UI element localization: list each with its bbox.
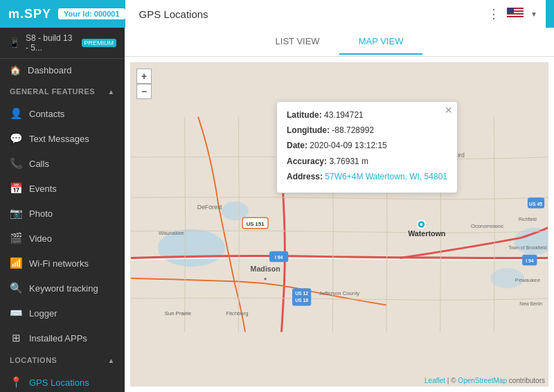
svg-text:Fitchburg: Fitchburg (226, 310, 248, 317)
zoom-out-button[interactable]: − (136, 84, 152, 99)
sidebar-item-keyword[interactable]: 🔍 Keyword tracking (0, 276, 125, 301)
accuracy-val: 3.76931 m (329, 157, 368, 166)
contacts-icon: 👤 (10, 107, 22, 120)
svg-text:New Berlin: New Berlin (519, 301, 542, 306)
gps-locations-label: GPS Locations (29, 377, 89, 388)
premium-badge: PREMIUM (82, 39, 117, 47)
tab-map-view[interactable]: MAP VIEW (339, 29, 423, 55)
date-val: 2020-04-09 13:12:15 (310, 141, 386, 150)
svg-text:Pewaukee: Pewaukee (515, 277, 540, 283)
logger-icon: ⌨️ (10, 307, 22, 319)
user-id-badge: Your Id: 000001 (58, 8, 125, 19)
map-attribution: Leaflet | © OpenStreetMap contributors (425, 377, 545, 384)
page-title-bar: GPS Locations ⋮ ▼ (125, 0, 546, 28)
calls-icon: 📞 (10, 157, 22, 170)
photo-label: Photo (29, 208, 53, 219)
gps-icon: 📍 (10, 376, 22, 389)
svg-text:Oconomowoc: Oconomowoc (471, 223, 504, 229)
device-name: S8 - build 13 - 5... (26, 33, 73, 53)
svg-text:Jefferson County: Jefferson County (319, 290, 360, 296)
photo-icon: 📷 (10, 207, 22, 220)
wifi-label: Wi-Fi networks (29, 258, 89, 269)
svg-text:Madison: Madison (251, 265, 280, 273)
sidebar-item-installed-apps[interactable]: ⊞ Installed APPs (0, 326, 125, 350)
more-options-icon[interactable]: ⋮ (488, 6, 500, 21)
svg-point-38 (420, 223, 423, 226)
video-icon: 🎬 (10, 232, 22, 244)
events-label: Events (29, 184, 57, 194)
locations-chevron: ▲ (108, 357, 115, 364)
svg-text:Richfield: Richfield (519, 217, 537, 222)
address-val: 57W6+4M Watertown, WI, 54801 (325, 172, 447, 181)
contacts-label: Contacts (29, 109, 64, 119)
longitude-label: Longitude: (287, 125, 330, 135)
sidebar-item-text-messages[interactable]: 💬 Text Messages (0, 126, 125, 151)
svg-text:DeForest: DeForest (197, 204, 222, 211)
svg-text:Sun Prairie: Sun Prairie (165, 310, 191, 317)
zoom-in-button[interactable]: + (136, 69, 152, 84)
sidebar-item-dashboard[interactable]: 🏠 Dashboard (0, 59, 125, 82)
video-label: Video (29, 233, 52, 244)
map-background: US 151 I 94 US 45 I 94 US 12 US 18 Madis… (131, 63, 548, 386)
svg-text:US 18: US 18 (295, 298, 308, 303)
calls-label: Calls (29, 159, 49, 169)
sidebar-item-photo[interactable]: 📷 Photo (0, 201, 125, 226)
dashboard-label: Dashboard (28, 65, 72, 75)
tab-bar: LIST VIEW MAP VIEW (125, 28, 554, 57)
svg-text:Watertown: Watertown (408, 229, 445, 238)
text-messages-label: Text Messages (29, 134, 89, 144)
home-icon: 🏠 (10, 65, 21, 75)
keyword-label: Keyword tracking (29, 283, 98, 294)
main-layout: 📱 S8 - build 13 - 5... PREMIUM 🏠 Dashboa… (0, 28, 554, 392)
sidebar-item-events[interactable]: 📅 Events (0, 176, 125, 201)
logo: m.SPY (8, 7, 51, 21)
general-features-label: GENERAL FEATURES (10, 87, 95, 96)
map-popup: ✕ Latitude: 43.194721 Longitude: -88.728… (276, 101, 458, 193)
longitude-row: Longitude: -88.728992 (287, 124, 447, 137)
sidebar-item-gps-locations[interactable]: 📍 GPS Locations (0, 370, 125, 392)
sidebar-item-calls[interactable]: 📞 Calls (0, 151, 125, 176)
general-features-header[interactable]: GENERAL FEATURES ▲ (0, 82, 125, 101)
sidebar-item-contacts[interactable]: 👤 Contacts (0, 101, 125, 126)
general-features-chevron: ▲ (108, 88, 115, 96)
latitude-row: Latitude: 43.194721 (287, 109, 447, 122)
latitude-val: 43.194721 (324, 110, 364, 120)
svg-text:US 12: US 12 (295, 291, 308, 296)
svg-text:●: ● (264, 276, 267, 282)
attribution-contributors: contributors (509, 377, 545, 384)
map-controls: + − (136, 69, 152, 99)
osm-link[interactable]: OpenStreetMap (458, 377, 507, 384)
content-area: LIST VIEW MAP VIEW (125, 28, 554, 392)
latitude-label: Latitude: (287, 110, 322, 120)
tab-list-view[interactable]: LIST VIEW (256, 29, 339, 55)
device-icon: 📱 (8, 37, 20, 48)
sidebar-item-wifi[interactable]: 📶 Wi-Fi networks (0, 251, 125, 276)
svg-text:I 94: I 94 (275, 255, 283, 260)
address-row: Address: 57W6+4M Watertown, WI, 54801 (287, 170, 447, 184)
longitude-val: -88.728992 (332, 125, 374, 135)
address-label: Address: (287, 172, 323, 181)
sidebar-item-video[interactable]: 🎬 Video (0, 226, 125, 251)
svg-text:Waunakee: Waunakee (159, 230, 184, 236)
flag-icon[interactable] (507, 8, 524, 21)
flag-dropdown-icon[interactable]: ▼ (530, 10, 537, 18)
popup-close-button[interactable]: ✕ (445, 105, 453, 116)
svg-text:US 151: US 151 (247, 221, 265, 227)
leaflet-link[interactable]: Leaflet (425, 377, 445, 384)
sidebar: 📱 S8 - build 13 - 5... PREMIUM 🏠 Dashboa… (0, 28, 125, 392)
svg-rect-4 (507, 17, 524, 19)
installed-apps-label: Installed APPs (29, 333, 87, 344)
accuracy-label: Accuracy: (287, 157, 327, 166)
svg-text:US 45: US 45 (529, 202, 542, 206)
locations-label: LOCATIONS (10, 356, 57, 364)
accuracy-row: Accuracy: 3.76931 m (287, 155, 447, 168)
sidebar-item-logger[interactable]: ⌨️ Logger (0, 301, 125, 326)
locations-header[interactable]: LOCATIONS ▲ (0, 350, 125, 370)
date-label: Date: (287, 141, 307, 150)
svg-text:I 94: I 94 (526, 258, 534, 263)
svg-rect-3 (507, 15, 524, 16)
attribution-separator: | © (447, 377, 458, 384)
map-container[interactable]: US 151 I 94 US 45 I 94 US 12 US 18 Madis… (130, 62, 548, 386)
messages-icon: 💬 (10, 132, 22, 145)
date-row: Date: 2020-04-09 13:12:15 (287, 139, 447, 152)
